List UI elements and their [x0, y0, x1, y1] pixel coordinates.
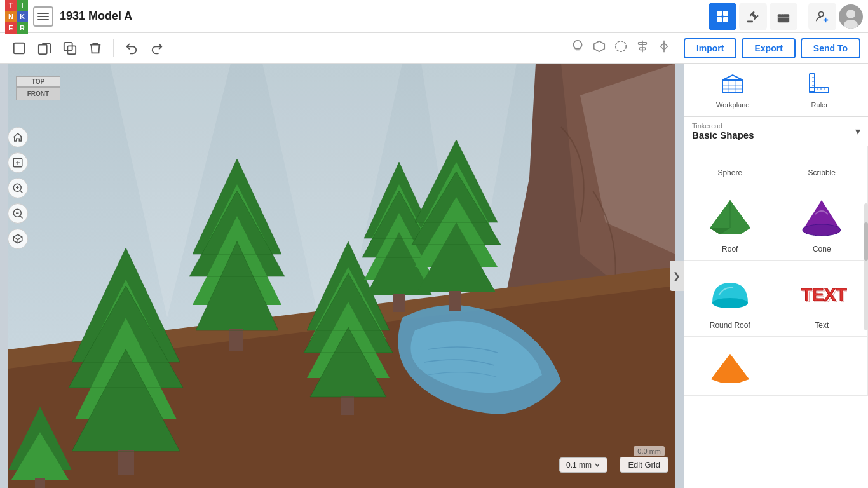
export-button[interactable]: Export: [742, 38, 795, 58]
align-button[interactable]: [635, 39, 649, 57]
svg-text:TEXT: TEXT: [803, 286, 847, 306]
svg-point-11: [846, 10, 855, 18]
zoom-out-icon: [12, 208, 24, 219]
redo-button[interactable]: [146, 37, 168, 60]
shape-round-roof[interactable]: Round Roof: [684, 261, 776, 337]
svg-rect-93: [810, 74, 815, 92]
shape-scribble[interactable]: Scribble: [776, 146, 869, 184]
lightbulb-icon: [571, 39, 585, 53]
align-icon: [635, 39, 649, 53]
svg-rect-5: [778, 14, 789, 22]
avatar-button[interactable]: [839, 4, 863, 29]
workplane-label: Workplane: [716, 101, 749, 109]
svg-rect-14: [39, 44, 47, 54]
shapes-top-row: Sphere Scribble: [684, 146, 868, 184]
shape-roof[interactable]: Roof: [684, 184, 776, 261]
add-user-button[interactable]: [808, 3, 836, 30]
hammer-button[interactable]: [739, 3, 767, 30]
delete-button[interactable]: [84, 37, 107, 60]
svg-rect-1: [723, 11, 728, 16]
copy-icon: [37, 41, 51, 55]
logo-n: N: [5, 11, 17, 22]
ungroup-icon: [614, 39, 628, 53]
shape-text[interactable]: TEXT TEXT Text: [776, 261, 869, 337]
panel-category: Tinkercad Basic Shapes ▾: [684, 117, 868, 146]
grid-view-button[interactable]: [709, 3, 736, 30]
page-title: 1931 Model A: [60, 10, 132, 23]
3d-view-button[interactable]: [8, 229, 28, 249]
pyramid-icon: [705, 344, 756, 389]
expand-panel-button[interactable]: ❯: [670, 261, 684, 291]
workplane-tool[interactable]: Workplane: [689, 71, 776, 109]
copy-button[interactable]: [33, 37, 56, 60]
duplicate-icon: [63, 41, 77, 55]
svg-rect-45: [229, 329, 243, 351]
svg-rect-3: [723, 17, 728, 22]
shape-scribble-label: Scribble: [808, 168, 836, 177]
fit-icon: [12, 157, 24, 168]
svg-rect-88: [722, 80, 743, 93]
list-icon-button[interactable]: [33, 6, 53, 27]
scene-svg: [0, 64, 684, 488]
group-icon: [592, 39, 606, 53]
compass: TOP FRONT: [13, 76, 64, 121]
redo-icon: [150, 41, 164, 55]
logo-k: K: [17, 11, 28, 22]
workplane-icon: [720, 71, 745, 98]
import-button[interactable]: Import: [684, 38, 737, 58]
shape-cone-label: Cone: [813, 245, 831, 254]
svg-point-108: [712, 298, 748, 308]
shape-pyramid[interactable]: [684, 337, 776, 396]
add-user-icon: [815, 10, 829, 24]
trash-icon: [88, 41, 102, 55]
lightbulb-button[interactable]: [571, 39, 585, 57]
hammer-icon: [746, 10, 760, 24]
zoom-out-button[interactable]: [8, 203, 28, 224]
logo-t: T: [5, 0, 17, 11]
logo-i: I: [17, 0, 28, 11]
zoom-in-button[interactable]: [8, 178, 28, 198]
ruler-tool[interactable]: Ruler: [776, 71, 864, 109]
group-button[interactable]: [592, 39, 606, 57]
briefcase-button[interactable]: [770, 3, 797, 30]
shape-sphere[interactable]: Sphere: [684, 146, 776, 184]
svg-line-86: [13, 237, 18, 240]
svg-rect-2: [717, 17, 722, 22]
canvas-area[interactable]: TOP FRONT: [0, 64, 684, 488]
edit-grid-button[interactable]: Edit Grid: [620, 457, 668, 473]
scrollbar-thumb[interactable]: [864, 222, 868, 261]
svg-rect-71: [449, 291, 461, 311]
svg-rect-13: [14, 43, 25, 53]
roof-icon: [705, 195, 756, 240]
new-button[interactable]: [8, 37, 31, 60]
undo-icon: [125, 41, 139, 55]
fit-view-button[interactable]: [8, 152, 28, 173]
svg-rect-54: [341, 396, 354, 415]
svg-rect-76: [35, 478, 45, 488]
undo-button[interactable]: [120, 37, 143, 60]
logo-r: R: [17, 22, 28, 34]
shape-cone[interactable]: Cone: [776, 184, 869, 261]
panel-top-tools: Workplane: [684, 64, 868, 117]
home-icon: [12, 132, 24, 143]
svg-rect-36: [118, 450, 134, 475]
grid-icon: [715, 10, 729, 24]
sendto-button[interactable]: Send To: [801, 38, 860, 58]
duplicate-button[interactable]: [58, 37, 81, 60]
shape-round-roof-label: Round Roof: [710, 321, 750, 330]
mirror-button[interactable]: [657, 39, 671, 57]
header: T I N K E R 1931 Model A: [0, 0, 868, 33]
scrollbar-track: [864, 203, 868, 330]
category-dropdown-button[interactable]: ▾: [855, 125, 860, 137]
category-meta-label: Tinkercad: [692, 122, 754, 130]
logo[interactable]: T I N K E R: [5, 0, 28, 34]
svg-rect-4: [747, 20, 753, 22]
ungroup-button[interactable]: [614, 39, 628, 57]
3d-icon: [12, 233, 24, 245]
grid-size-button[interactable]: 0.1 mm: [559, 458, 607, 473]
category-name: Basic Shapes: [692, 130, 754, 140]
home-button[interactable]: [8, 127, 28, 147]
ruler-label: Ruler: [811, 101, 828, 109]
round-roof-icon: [705, 271, 756, 316]
new-icon: [12, 41, 26, 55]
